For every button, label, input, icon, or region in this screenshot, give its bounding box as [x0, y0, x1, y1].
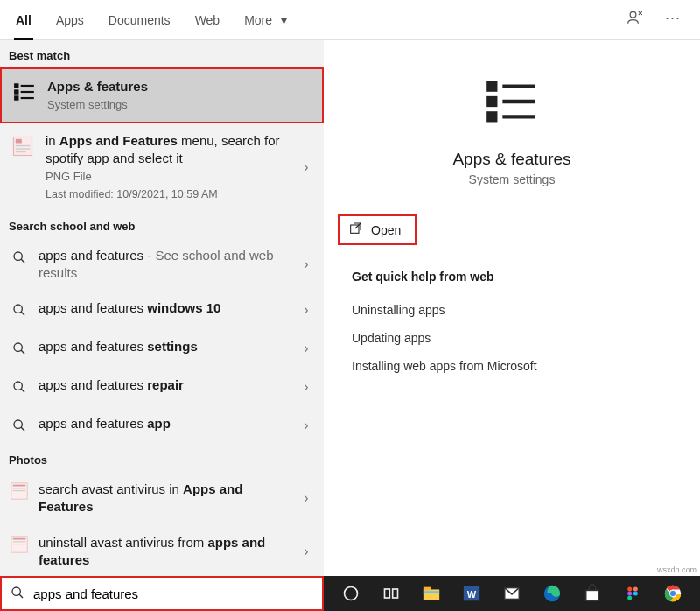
svg-rect-24 [13, 488, 26, 489]
help-link-updating[interactable]: Updating apps [352, 324, 672, 352]
web-result-3[interactable]: apps and features repair › [0, 368, 324, 406]
taskbar-explorer-icon[interactable] [420, 582, 443, 605]
chevron-right-icon[interactable]: › [296, 302, 317, 318]
chevron-right-icon[interactable]: › [296, 490, 317, 506]
text: apps and features [38, 248, 144, 263]
image-thumb-icon [9, 481, 30, 502]
taskbar-figma-icon[interactable] [621, 582, 644, 605]
text-bold: settings [147, 339, 198, 354]
tab-documents[interactable]: Documents [96, 0, 183, 40]
svg-line-15 [21, 312, 24, 315]
photo-result-1[interactable]: uninstall avast antivirus from apps and … [0, 525, 324, 576]
preview-subtitle: System settings [341, 172, 682, 186]
svg-rect-5 [15, 96, 18, 99]
result-title: apps and features repair [38, 376, 296, 394]
search-box[interactable] [0, 576, 324, 611]
svg-point-52 [634, 587, 638, 592]
feedback-icon[interactable] [626, 9, 644, 31]
result-png-file[interactable]: in Apps and Features menu, search for sp… [0, 123, 324, 211]
tab-web[interactable]: Web [183, 0, 233, 40]
svg-point-39 [345, 587, 358, 600]
text: search avast antivirus in [38, 481, 183, 496]
result-modified: Last modified: 10/9/2021, 10:59 AM [46, 187, 296, 202]
svg-point-14 [14, 305, 22, 313]
result-title: apps and features windows 10 [38, 299, 296, 317]
text: apps and features [38, 339, 147, 354]
open-icon [348, 221, 362, 238]
text-bold: app [147, 416, 171, 431]
result-title: uninstall avast antivirus from apps and … [38, 534, 296, 570]
svg-rect-40 [385, 589, 390, 598]
svg-point-53 [627, 592, 632, 596]
result-subtitle: System settings [47, 97, 315, 113]
taskbar-cortana-icon[interactable] [340, 582, 362, 605]
taskbar-taskview-icon[interactable] [380, 582, 402, 605]
help-link-uninstalling[interactable]: Uninstalling apps [352, 296, 672, 324]
image-thumb-icon [9, 534, 30, 555]
web-result-0[interactable]: apps and features - See school and web r… [0, 238, 324, 291]
tab-apps[interactable]: Apps [44, 0, 96, 40]
taskbar: W [0, 576, 700, 611]
chevron-right-icon[interactable]: › [296, 379, 317, 395]
svg-rect-11 [16, 151, 26, 152]
result-title: Apps & features [47, 78, 315, 95]
search-icon [9, 376, 30, 397]
chevron-right-icon[interactable]: › [296, 544, 317, 559]
svg-rect-44 [424, 591, 439, 593]
taskbar-store-icon[interactable] [581, 582, 604, 605]
section-search-school-web: Search school and web [0, 211, 324, 238]
chevron-right-icon[interactable]: › [296, 341, 317, 356]
svg-rect-42 [424, 589, 439, 600]
result-apps-and-features[interactable]: Apps & features System settings [0, 67, 324, 123]
svg-rect-23 [13, 485, 26, 487]
settings-list-icon-large [484, 74, 540, 132]
tab-all[interactable]: All [4, 0, 44, 40]
result-title: search avast antivirus in Apps and Featu… [38, 481, 296, 516]
filter-tabs: All Apps Documents Web More ▾ ··· [0, 0, 700, 40]
taskbar-word-icon[interactable]: W [460, 582, 483, 605]
svg-rect-30 [488, 83, 495, 90]
search-icon [10, 586, 32, 602]
text-bold: windows 10 [147, 300, 220, 315]
chevron-right-icon[interactable]: › [296, 256, 317, 272]
tab-more[interactable]: More ▾ [232, 0, 299, 40]
svg-rect-28 [13, 541, 26, 542]
result-title: apps and features settings [38, 338, 296, 355]
svg-rect-10 [16, 148, 30, 149]
taskbar-chrome-icon[interactable] [662, 582, 684, 605]
search-icon [9, 247, 30, 268]
more-options-icon[interactable]: ··· [665, 9, 681, 31]
preview-title: Apps & features [341, 150, 682, 169]
svg-line-21 [21, 427, 24, 431]
chevron-right-icon[interactable]: › [296, 418, 317, 433]
section-best-match: Best match [0, 40, 324, 67]
taskbar-mail-icon[interactable] [500, 582, 523, 605]
text: in [46, 133, 60, 148]
svg-rect-25 [13, 490, 26, 491]
search-input[interactable] [32, 586, 313, 602]
open-label: Open [371, 223, 401, 237]
preview-pane: Apps & features System settings Open Get… [324, 40, 700, 576]
photo-result-0[interactable]: search avast antivirus in Apps and Featu… [0, 472, 324, 525]
help-link-installing-web[interactable]: Installing web apps from Microsoft [352, 352, 672, 380]
image-file-icon [9, 132, 37, 160]
taskbar-edge-icon[interactable] [541, 582, 564, 605]
web-result-2[interactable]: apps and features settings › [0, 329, 324, 368]
quick-help-heading: Get quick help from web [352, 270, 672, 284]
web-result-4[interactable]: apps and features app › [0, 406, 324, 445]
svg-rect-27 [13, 537, 26, 539]
result-title: apps and features app [38, 415, 296, 432]
open-button[interactable]: Open [338, 214, 416, 245]
chevron-down-icon: ▾ [281, 13, 287, 27]
svg-line-13 [21, 259, 24, 263]
svg-rect-3 [15, 90, 18, 93]
web-result-1[interactable]: apps and features windows 10 › [0, 291, 324, 329]
chevron-right-icon[interactable]: › [296, 159, 317, 175]
svg-point-51 [627, 587, 632, 592]
watermark: wsxdn.com [657, 565, 696, 574]
search-icon [9, 338, 30, 359]
results-pane: Best match Apps & features System settin… [0, 40, 324, 576]
svg-point-54 [634, 592, 638, 596]
svg-line-17 [21, 350, 24, 354]
search-icon [9, 299, 30, 320]
